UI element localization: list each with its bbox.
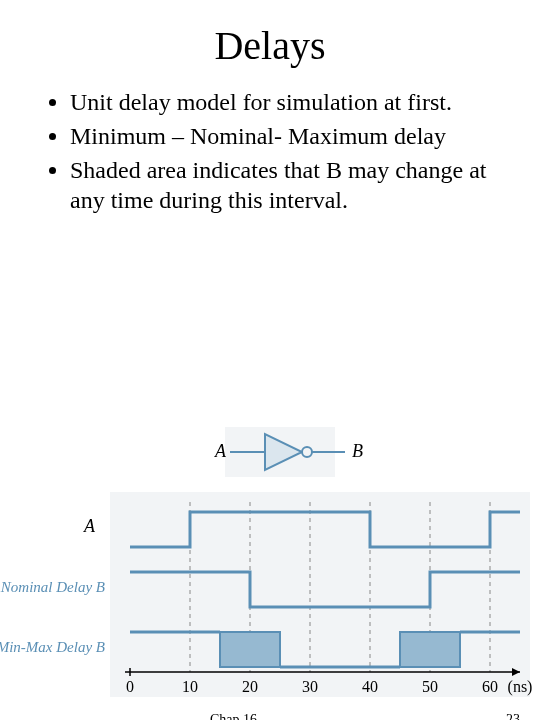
page-title: Delays [0,22,540,69]
timing-figure: A B A [0,422,540,720]
signal-label-a: A [83,516,96,536]
slide: Delays Unit delay model for simulation a… [0,22,540,720]
axis-unit: (ns) [508,678,533,696]
timing-diagram: A Nominal Delay B Min-Max Delay B [0,492,532,697]
tick-label: 20 [242,678,258,695]
bullet-item: Unit delay model for simulation at first… [70,87,500,117]
tick-label: 50 [422,678,438,695]
gate-output-label: B [352,441,363,461]
svg-point-3 [302,447,312,457]
bullet-item: Shaded area indicates that B may change … [70,155,500,215]
tick-label: 0 [126,678,134,695]
footer-page-number: 23 [506,712,520,720]
timing-svg: A B A [0,422,540,720]
bullet-item: Minimum – Nominal- Maximum delay [70,121,500,151]
uncertainty-region [220,632,280,667]
uncertainty-region [400,632,460,667]
tick-label: 40 [362,678,378,695]
tick-label: 60 [482,678,498,695]
gate-input-label: A [214,441,227,461]
footer-chapter: Chap 16 [210,712,257,720]
tick-label: 30 [302,678,318,695]
signal-label-nominal: Nominal Delay B [0,579,105,595]
bullet-list: Unit delay model for simulation at first… [40,87,500,215]
tick-label: 10 [182,678,198,695]
waveform-minmax-b: Min-Max Delay B [0,632,520,667]
signal-label-minmax: Min-Max Delay B [0,639,105,655]
inverter-gate-icon: A B [214,427,363,477]
